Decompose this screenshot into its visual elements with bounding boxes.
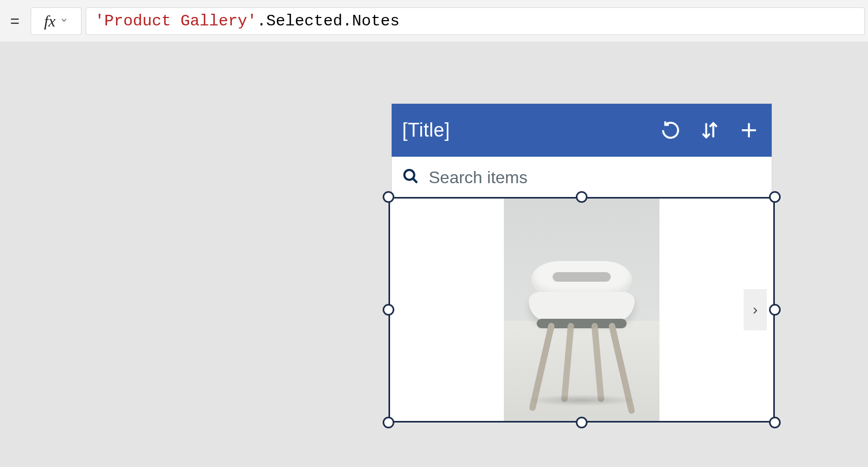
search-icon xyxy=(402,168,419,187)
equals-sign: = xyxy=(10,12,20,30)
app-preview-screen: [Title] xyxy=(392,104,772,198)
chevron-right-icon: › xyxy=(753,301,757,318)
formula-bar: = fx 'Product Gallery'.Selected.Notes xyxy=(0,0,868,42)
formula-token: .Selected xyxy=(257,12,342,30)
add-icon[interactable] xyxy=(737,118,761,142)
gallery-next-button[interactable]: › xyxy=(744,289,767,330)
formula-token-string: 'Product Gallery' xyxy=(95,12,257,30)
property-selector[interactable]: = xyxy=(3,7,26,35)
app-header: [Title] xyxy=(392,104,772,157)
svg-point-4 xyxy=(404,170,414,180)
fx-dropdown[interactable]: fx xyxy=(31,7,82,35)
sort-icon[interactable] xyxy=(698,118,722,142)
gallery-item-image[interactable] xyxy=(504,199,659,421)
chevron-down-icon xyxy=(60,16,68,26)
formula-input[interactable]: 'Product Gallery'.Selected.Notes xyxy=(86,7,865,35)
app-title-label[interactable]: [Title] xyxy=(402,119,644,141)
search-input[interactable] xyxy=(429,168,761,187)
search-row xyxy=(392,157,772,198)
fx-label: fx xyxy=(44,12,56,30)
refresh-icon[interactable] xyxy=(658,118,683,142)
formula-token: .Notes xyxy=(342,12,400,30)
svg-line-5 xyxy=(413,178,417,183)
canvas-workspace[interactable]: [Title] xyxy=(0,42,868,467)
product-gallery[interactable]: › xyxy=(390,199,773,421)
selected-control[interactable]: › xyxy=(388,197,775,423)
